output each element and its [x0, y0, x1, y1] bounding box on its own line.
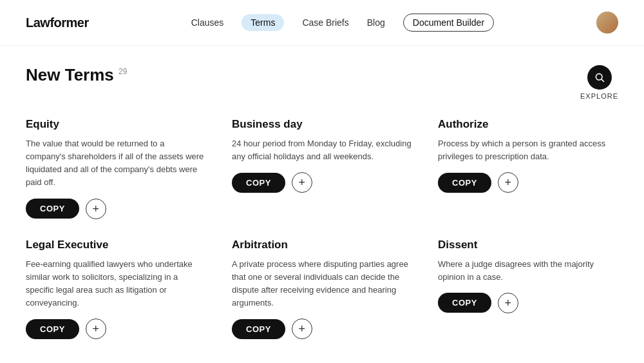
copy-button-equity[interactable]: COPY: [26, 199, 79, 219]
avatar-image: [596, 12, 618, 34]
term-title-business-day: Business day: [232, 118, 412, 131]
term-desc-legal-executive: Fee-earning qualified lawyers who undert…: [26, 258, 206, 310]
nav-case-briefs[interactable]: Case Briefs: [302, 17, 348, 28]
page-header: New Terms 29 EXPLORE: [26, 65, 618, 100]
copy-button-authorize[interactable]: COPY: [438, 173, 491, 193]
term-card-dissent: Dissent Where a judge disagrees with the…: [438, 239, 618, 340]
term-title-dissent: Dissent: [438, 239, 618, 251]
term-actions-authorize: COPY +: [438, 172, 618, 193]
term-title-arbitration: Arbitration: [232, 239, 412, 251]
term-card-arbitration: Arbitration A private process where disp…: [232, 239, 412, 340]
add-button-business-day[interactable]: +: [292, 172, 312, 193]
term-actions-legal-executive: COPY +: [26, 319, 206, 339]
copy-button-legal-executive[interactable]: COPY: [26, 319, 79, 339]
term-card-equity: Equity The value that would be returned …: [26, 118, 206, 219]
term-desc-arbitration: A private process where disputing partie…: [232, 258, 412, 310]
term-title-authorize: Authorize: [438, 118, 618, 131]
page-title: New Terms 29: [26, 65, 127, 85]
term-actions-dissent: COPY +: [438, 293, 618, 313]
avatar[interactable]: [596, 12, 618, 34]
add-button-authorize[interactable]: +: [498, 172, 518, 193]
explore-button[interactable]: EXPLORE: [580, 65, 618, 100]
term-title-legal-executive: Legal Executive: [26, 239, 206, 251]
copy-button-dissent[interactable]: COPY: [438, 293, 491, 313]
header: Lawformer Clauses Terms Case Briefs Blog…: [0, 0, 644, 46]
term-title-equity: Equity: [26, 118, 206, 131]
term-card-legal-executive: Legal Executive Fee-earning qualified la…: [26, 239, 206, 340]
svg-line-1: [601, 79, 603, 82]
logo: Lawformer: [26, 15, 89, 30]
term-desc-dissent: Where a judge disagrees with the majorit…: [438, 258, 618, 284]
add-button-equity[interactable]: +: [86, 199, 106, 219]
term-card-business-day: Business day 24 hour period from Monday …: [232, 118, 412, 219]
add-button-legal-executive[interactable]: +: [86, 319, 106, 339]
term-actions-equity: COPY +: [26, 199, 206, 219]
explore-search-icon: [587, 65, 612, 90]
term-card-authorize: Authorize Process by which a person is g…: [438, 118, 618, 219]
term-desc-equity: The value that would be returned to a co…: [26, 137, 206, 190]
add-button-arbitration[interactable]: +: [292, 319, 312, 339]
nav-terms[interactable]: Terms: [242, 14, 284, 31]
nav-document-builder[interactable]: Document Builder: [403, 14, 494, 32]
copy-button-business-day[interactable]: COPY: [232, 173, 285, 193]
term-desc-authorize: Process by which a person is granted acc…: [438, 137, 618, 163]
add-button-dissent[interactable]: +: [498, 293, 518, 313]
nav-blog[interactable]: Blog: [367, 17, 385, 28]
nav-clauses[interactable]: Clauses: [191, 17, 224, 28]
term-actions-business-day: COPY +: [232, 172, 412, 193]
main-content: New Terms 29 EXPLORE Equity The value th…: [0, 46, 644, 352]
explore-label: EXPLORE: [580, 92, 618, 100]
term-actions-arbitration: COPY +: [232, 319, 412, 339]
terms-grid: Equity The value that would be returned …: [26, 118, 618, 339]
term-desc-business-day: 24 hour period from Monday to Friday, ex…: [232, 137, 412, 163]
main-nav: Clauses Terms Case Briefs Blog Document …: [191, 14, 494, 32]
copy-button-arbitration[interactable]: COPY: [232, 319, 285, 339]
